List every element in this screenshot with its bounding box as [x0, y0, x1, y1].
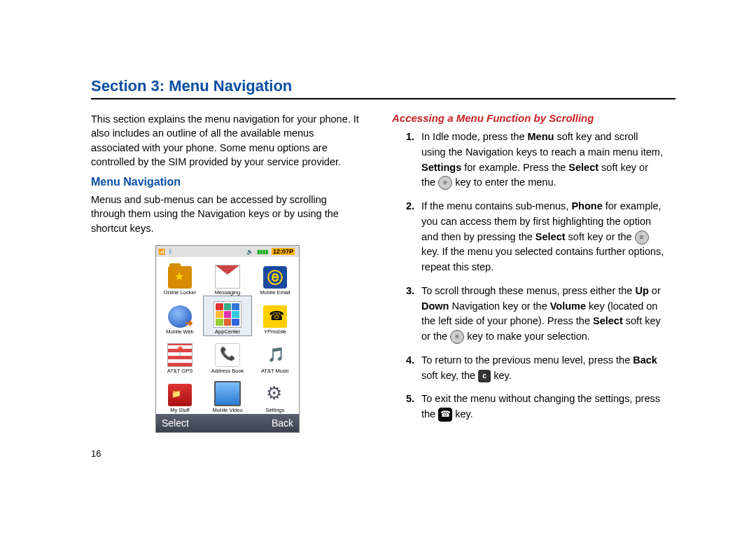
- app-appcenter: AppCenter: [203, 296, 252, 336]
- ok-key-icon: [438, 176, 452, 190]
- email-icon: [263, 266, 287, 289]
- sound-icon: 🔈: [246, 249, 253, 255]
- left-column: This section explains the menu navigatio…: [91, 112, 364, 459]
- bluetooth-icon: ᛒ: [169, 249, 172, 255]
- app-settings: Settings: [251, 375, 299, 414]
- manual-page: Section 3: Menu Navigation This section …: [0, 0, 756, 459]
- app-mobile-web: Mobile Web: [156, 296, 204, 335]
- app-mobile-video: Mobile Video: [204, 375, 251, 414]
- box-icon: [168, 384, 192, 406]
- softkey-bar: Select Back: [156, 414, 299, 432]
- app-messaging: Messaging: [204, 257, 251, 296]
- status-bar: 📶 ᛒ 🔈 ▮▮▮▮ 12:07P: [156, 246, 299, 257]
- app-address-book: Address Book: [204, 335, 251, 375]
- app-my-stuff: My Stuff: [156, 375, 204, 414]
- section-title: Section 3: Menu Navigation: [91, 77, 676, 99]
- phone-screenshot: 📶 ᛒ 🔈 ▮▮▮▮ 12:07P Online Locker Messagin…: [155, 245, 300, 433]
- envelope-icon: [215, 265, 240, 289]
- step-1: In Idle mode, press the Menu soft key an…: [417, 130, 665, 191]
- music-icon: [263, 345, 287, 367]
- step-5: To exit the menu without changing the se…: [417, 392, 665, 422]
- app-att-gps: AT&T GPS: [156, 335, 204, 375]
- subheading-menu-navigation: Menu Navigation: [91, 176, 364, 188]
- tv-icon: [214, 381, 241, 406]
- page-number: 16: [91, 448, 364, 459]
- phone-icon: [215, 343, 240, 367]
- yellowpages-icon: [263, 305, 287, 328]
- battery-icon: ▮▮▮▮: [257, 249, 268, 255]
- app-mobile-email: Mobile Email: [251, 257, 299, 296]
- end-key-icon: [438, 408, 452, 422]
- step-3: To scroll through these menus, press eit…: [417, 284, 665, 345]
- step-2: If the menu contains sub-menus, Phone fo…: [417, 199, 665, 275]
- intro-paragraph: This section explains the menu navigatio…: [91, 112, 364, 169]
- folder-icon: [168, 266, 192, 289]
- softkey-right: Back: [272, 417, 293, 429]
- globe-icon: [168, 305, 192, 328]
- ok-key-icon: [635, 230, 649, 244]
- back-key-icon: [478, 370, 491, 382]
- map-icon: [167, 343, 192, 367]
- app-att-music: AT&T Music: [251, 335, 299, 375]
- app-grid: Online Locker Messaging Mobile Email Mob…: [156, 257, 299, 414]
- signal-icon: 📶: [158, 249, 165, 255]
- grid-icon: [214, 301, 241, 328]
- subheading-scrolling: Accessing a Menu Function by Scrolling: [392, 112, 665, 124]
- step-4: To return to the previous menu level, pr…: [417, 353, 665, 384]
- app-online-locker: Online Locker: [156, 257, 204, 296]
- gear-icon: [263, 384, 287, 406]
- ok-key-icon: [450, 330, 464, 344]
- status-left-icons: 📶 ᛒ: [158, 248, 174, 254]
- two-column-layout: This section explains the menu navigatio…: [91, 112, 676, 459]
- softkey-left: Select: [162, 417, 189, 429]
- clock: 12:07P: [272, 248, 295, 255]
- app-ypmobile: YPmobile: [251, 296, 299, 335]
- status-right-icons: 🔈 ▮▮▮▮ 12:07P: [246, 248, 298, 255]
- right-column: Accessing a Menu Function by Scrolling I…: [392, 112, 665, 459]
- steps-list: In Idle mode, press the Menu soft key an…: [392, 130, 665, 422]
- menu-nav-paragraph: Menus and sub-menus can be accessed by s…: [91, 193, 364, 235]
